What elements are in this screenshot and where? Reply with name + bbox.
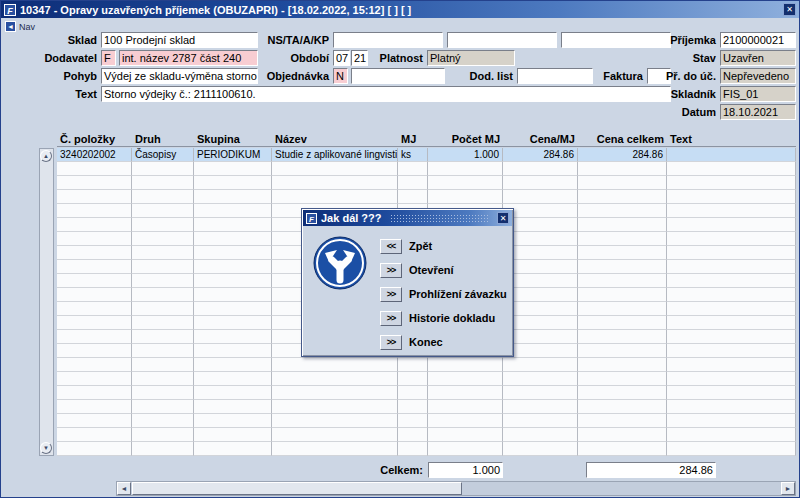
sklad-field[interactable]: 100 Prodejní sklad: [101, 32, 258, 48]
scroll-down-icon[interactable]: ▼: [40, 442, 52, 454]
table-cell: [194, 288, 272, 302]
col-header-druh: Druh: [132, 132, 194, 146]
table-cell: [194, 316, 272, 330]
dialog-button-row-historie-dokladu: >>Historie dokladu: [380, 310, 507, 326]
dodavatel-field[interactable]: int. název 2787 část 240: [119, 50, 258, 66]
record-scrollbar[interactable]: ▲ ▼: [39, 148, 54, 456]
table-cell: [272, 372, 398, 386]
table-cell: Časopisy: [132, 148, 194, 162]
ns-field-2[interactable]: [447, 32, 557, 48]
dialog-button-prohlizeni-zavazku[interactable]: >>: [380, 287, 402, 302]
obdobi-year-field[interactable]: 21: [351, 50, 368, 66]
platnost-label: Platnost: [375, 52, 423, 65]
table-cell: [667, 400, 796, 414]
table-cell: [503, 274, 578, 288]
dialog-button-row-konec: >>Konec: [380, 334, 507, 350]
table-cell: [194, 176, 272, 190]
objednavka-flag-field[interactable]: N: [333, 68, 348, 84]
dialog-button-otevreni[interactable]: >>: [380, 263, 402, 278]
table-cell: [398, 428, 428, 442]
table-cell: [578, 274, 667, 288]
dodlist-field[interactable]: [517, 68, 593, 84]
dialog-close-icon[interactable]: ✕: [497, 212, 509, 224]
table-cell: [398, 176, 428, 190]
pohyb-field[interactable]: Výdej ze skladu-výměna storno: [101, 68, 258, 84]
scrollbar-thumb[interactable]: [132, 482, 462, 495]
table-cell: [194, 232, 272, 246]
table-cell: [667, 246, 796, 260]
col-header-mj: MJ: [398, 132, 428, 146]
table-cell: [194, 372, 272, 386]
scroll-left-icon[interactable]: ◄: [117, 482, 131, 495]
table-cell: [578, 288, 667, 302]
table-row[interactable]: [57, 386, 796, 400]
table-cell: [132, 428, 194, 442]
table-row[interactable]: [57, 372, 796, 386]
table-cell: ks: [398, 148, 428, 162]
table-row[interactable]: [57, 190, 796, 204]
dialog-title-dots: [390, 214, 489, 222]
table-row[interactable]: 3240202002ČasopisyPERIODIKUMStudie z apl…: [57, 148, 796, 162]
horizontal-scrollbar[interactable]: ◄ ►: [116, 481, 796, 496]
dialog-button-konec[interactable]: >>: [380, 335, 402, 350]
table-cell: [132, 246, 194, 260]
table-row[interactable]: [57, 414, 796, 428]
scroll-up-icon[interactable]: ▲: [40, 150, 52, 162]
table-cell: [132, 288, 194, 302]
prijemka-label: Příjemka: [656, 34, 716, 47]
table-cell: [503, 260, 578, 274]
table-row[interactable]: [57, 162, 796, 176]
table-cell: [194, 442, 272, 456]
nav-widget[interactable]: ◄ Nav: [5, 21, 35, 32]
table-cell: [272, 190, 398, 204]
table-cell: [194, 330, 272, 344]
table-cell: [578, 400, 667, 414]
dialog-button-zpet[interactable]: <<: [380, 239, 402, 254]
objednavka-label: Objednávka: [263, 70, 329, 83]
scroll-right-icon[interactable]: ►: [781, 482, 795, 495]
prijemka-field[interactable]: 2100000021: [720, 32, 796, 48]
stav-field: Uzavřen: [720, 50, 796, 66]
table-row[interactable]: [57, 358, 796, 372]
table-row[interactable]: [57, 400, 796, 414]
table-cell: [667, 232, 796, 246]
objednavka-field[interactable]: [351, 68, 445, 84]
table-cell: [667, 218, 796, 232]
table-row[interactable]: [57, 176, 796, 190]
ns-field-3[interactable]: [561, 32, 671, 48]
text-field[interactable]: Storno výdejky č.: 2111100610.: [101, 86, 671, 102]
col-header-pocet-mj: Počet MJ: [428, 132, 503, 146]
table-cell: [428, 176, 503, 190]
ns-field-1[interactable]: [333, 32, 443, 48]
table-cell: [57, 442, 132, 456]
table-row[interactable]: [57, 442, 796, 456]
obdobi-month-field[interactable]: 07: [333, 50, 350, 66]
table-cell: [132, 330, 194, 344]
col-header-cena-mj: Cena/MJ: [503, 132, 578, 146]
jak-dal-dialog: F Jak dál ??? ✕ <<Zpět>>Otevření>>Prohlí…: [301, 208, 514, 357]
table-cell: [578, 372, 667, 386]
table-cell: [272, 428, 398, 442]
table-cell: [667, 428, 796, 442]
table-cell: [503, 162, 578, 176]
table-cell: [132, 442, 194, 456]
dodavatel-flag-field[interactable]: F: [101, 50, 116, 66]
table-cell: [132, 302, 194, 316]
table-cell: [194, 400, 272, 414]
table-cell: [398, 190, 428, 204]
celkem-cena-field: 284.86: [586, 462, 716, 478]
table-cell: [398, 358, 428, 372]
table-row[interactable]: [57, 428, 796, 442]
table-cell: [132, 190, 194, 204]
table-cell: [57, 204, 132, 218]
faktura-label: Faktura: [597, 70, 643, 83]
table-cell: [194, 414, 272, 428]
table-cell: [578, 316, 667, 330]
table-cell: [578, 330, 667, 344]
table-cell: 3240202002: [57, 148, 132, 162]
dialog-button-historie-dokladu[interactable]: >>: [380, 311, 402, 326]
window-close-icon[interactable]: ✕: [783, 3, 796, 16]
table-cell: [398, 442, 428, 456]
col-header-text: Text: [667, 132, 796, 146]
table-cell: [503, 232, 578, 246]
